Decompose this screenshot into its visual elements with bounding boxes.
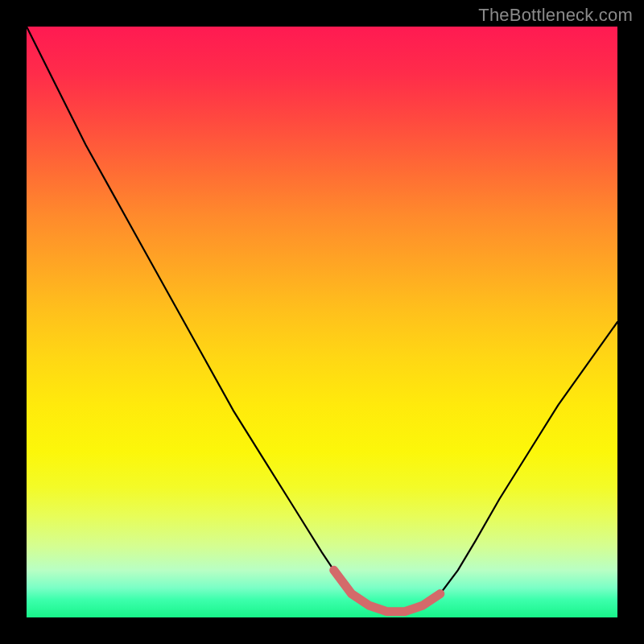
curve-layer [27, 27, 617, 617]
chart-stage: TheBottleneck.com [0, 0, 644, 644]
bottleneck-curve [27, 27, 617, 612]
optimal-range-highlight [334, 570, 440, 611]
watermark-text: TheBottleneck.com [478, 5, 633, 26]
plot-area [27, 27, 617, 617]
